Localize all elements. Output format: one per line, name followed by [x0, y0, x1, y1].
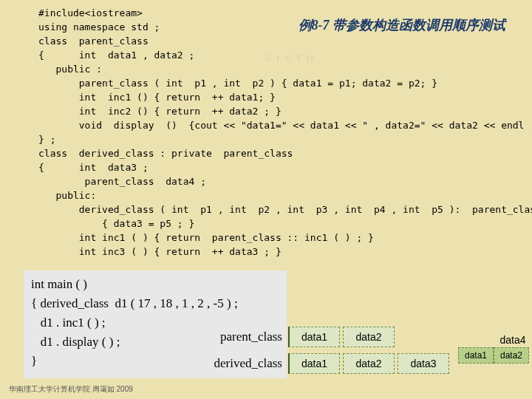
cell-data1: data1 — [288, 327, 340, 347]
data4-cell-1: data1 — [458, 347, 494, 364]
cell-data2: data2 — [343, 327, 395, 347]
cell-d-data3: data3 — [398, 353, 449, 374]
footer-credit: 华南理工大学计算机学院 周霭如 2009 — [9, 384, 133, 395]
data4-group: data4 data1 data2 — [458, 334, 532, 364]
data4-cell-2: data2 — [494, 347, 529, 364]
parent-label: parent_class — [192, 330, 288, 344]
cell-d-data1: data1 — [288, 353, 340, 374]
derived-row: derived_class data1 data2 data3 — [192, 352, 452, 375]
derived-label: derived_class — [192, 356, 288, 371]
cell-d-data2: data2 — [343, 353, 395, 374]
memory-layout-table: parent_class data1 data2 derived_class d… — [192, 325, 452, 378]
parent-row: parent_class data1 data2 — [192, 325, 452, 349]
data4-label: data4 — [458, 334, 532, 346]
code-listing: #include<iostream> using namespace std ;… — [38, 6, 532, 259]
